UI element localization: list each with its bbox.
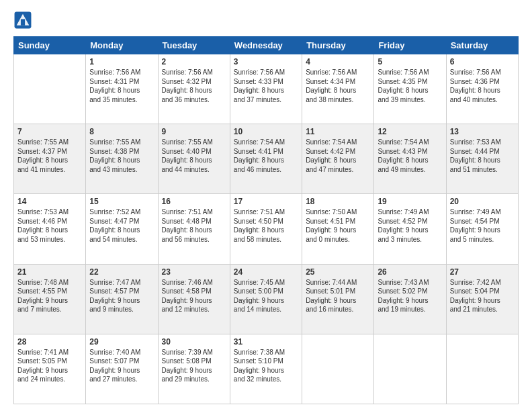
calendar-cell: 4Sunrise: 7:56 AM Sunset: 4:34 PM Daylig…: [302, 54, 374, 124]
calendar-week-2: 7Sunrise: 7:55 AM Sunset: 4:37 PM Daylig…: [14, 124, 519, 194]
cell-info: Sunrise: 7:53 AM Sunset: 4:46 PM Dayligh…: [17, 208, 82, 244]
day-number: 5: [378, 57, 442, 66]
calendar-cell: [14, 54, 86, 124]
day-number: 23: [162, 267, 226, 277]
day-number: 10: [234, 127, 298, 136]
cell-info: Sunrise: 7:44 AM Sunset: 5:01 PM Dayligh…: [306, 278, 370, 314]
cell-info: Sunrise: 7:39 AM Sunset: 5:08 PM Dayligh…: [162, 348, 226, 384]
calendar-cell: 3Sunrise: 7:56 AM Sunset: 4:33 PM Daylig…: [230, 54, 302, 124]
day-number: 29: [89, 337, 154, 347]
day-header-thursday: Thursday: [302, 37, 374, 54]
calendar-cell: 14Sunrise: 7:53 AM Sunset: 4:46 PM Dayli…: [14, 194, 86, 264]
logo-icon: [13, 11, 32, 30]
day-number: 31: [234, 337, 298, 347]
day-number: 28: [17, 337, 82, 347]
calendar-cell: 24Sunrise: 7:45 AM Sunset: 5:00 PM Dayli…: [230, 264, 302, 334]
day-number: 19: [378, 197, 442, 206]
cell-info: Sunrise: 7:51 AM Sunset: 4:48 PM Dayligh…: [162, 208, 226, 244]
day-header-wednesday: Wednesday: [230, 37, 302, 54]
day-number: 21: [17, 267, 82, 277]
cell-info: Sunrise: 7:47 AM Sunset: 4:57 PM Dayligh…: [89, 278, 154, 314]
day-number: 27: [450, 267, 515, 277]
day-number: 4: [306, 57, 370, 66]
day-number: 3: [234, 57, 298, 66]
calendar-cell: 6Sunrise: 7:56 AM Sunset: 4:36 PM Daylig…: [446, 54, 518, 124]
day-number: 9: [162, 127, 226, 136]
calendar-header-row: SundayMondayTuesdayWednesdayThursdayFrid…: [14, 37, 519, 54]
day-number: 2: [162, 57, 226, 66]
day-number: 13: [450, 127, 515, 136]
cell-info: Sunrise: 7:56 AM Sunset: 4:31 PM Dayligh…: [89, 68, 154, 104]
calendar-cell: [446, 334, 518, 404]
calendar-cell: [302, 334, 374, 404]
header: [13, 11, 519, 30]
cell-info: Sunrise: 7:54 AM Sunset: 4:41 PM Dayligh…: [234, 138, 298, 174]
day-number: 20: [450, 197, 515, 206]
page: SundayMondayTuesdayWednesdayThursdayFrid…: [0, 0, 532, 411]
day-number: 14: [17, 197, 82, 206]
calendar-cell: 18Sunrise: 7:50 AM Sunset: 4:51 PM Dayli…: [302, 194, 374, 264]
day-header-monday: Monday: [86, 37, 158, 54]
cell-info: Sunrise: 7:51 AM Sunset: 4:50 PM Dayligh…: [234, 208, 298, 244]
calendar-cell: 29Sunrise: 7:40 AM Sunset: 5:07 PM Dayli…: [86, 334, 158, 404]
cell-info: Sunrise: 7:52 AM Sunset: 4:47 PM Dayligh…: [89, 208, 154, 244]
calendar-cell: 9Sunrise: 7:55 AM Sunset: 4:40 PM Daylig…: [158, 124, 230, 194]
cell-info: Sunrise: 7:56 AM Sunset: 4:36 PM Dayligh…: [450, 68, 515, 104]
day-number: 11: [306, 127, 370, 136]
day-number: 25: [306, 267, 370, 277]
cell-info: Sunrise: 7:55 AM Sunset: 4:37 PM Dayligh…: [17, 138, 82, 174]
calendar-week-1: 1Sunrise: 7:56 AM Sunset: 4:31 PM Daylig…: [14, 54, 519, 124]
cell-info: Sunrise: 7:41 AM Sunset: 5:05 PM Dayligh…: [17, 348, 82, 384]
calendar-cell: 16Sunrise: 7:51 AM Sunset: 4:48 PM Dayli…: [158, 194, 230, 264]
calendar-cell: 7Sunrise: 7:55 AM Sunset: 4:37 PM Daylig…: [14, 124, 86, 194]
calendar-cell: 19Sunrise: 7:49 AM Sunset: 4:52 PM Dayli…: [374, 194, 446, 264]
cell-info: Sunrise: 7:56 AM Sunset: 4:32 PM Dayligh…: [162, 68, 226, 104]
cell-info: Sunrise: 7:49 AM Sunset: 4:54 PM Dayligh…: [450, 208, 515, 244]
day-number: 26: [378, 267, 442, 277]
calendar-cell: 13Sunrise: 7:53 AM Sunset: 4:44 PM Dayli…: [446, 124, 518, 194]
cell-info: Sunrise: 7:40 AM Sunset: 5:07 PM Dayligh…: [89, 348, 154, 384]
calendar-week-4: 21Sunrise: 7:48 AM Sunset: 4:55 PM Dayli…: [14, 264, 519, 334]
calendar-cell: 2Sunrise: 7:56 AM Sunset: 4:32 PM Daylig…: [158, 54, 230, 124]
calendar-cell: 17Sunrise: 7:51 AM Sunset: 4:50 PM Dayli…: [230, 194, 302, 264]
day-number: 18: [306, 197, 370, 206]
day-number: 1: [89, 57, 154, 66]
calendar-cell: 12Sunrise: 7:54 AM Sunset: 4:43 PM Dayli…: [374, 124, 446, 194]
calendar-cell: 31Sunrise: 7:38 AM Sunset: 5:10 PM Dayli…: [230, 334, 302, 404]
cell-info: Sunrise: 7:45 AM Sunset: 5:00 PM Dayligh…: [234, 278, 298, 314]
day-number: 6: [450, 57, 515, 66]
day-number: 24: [234, 267, 298, 277]
calendar-cell: 11Sunrise: 7:54 AM Sunset: 4:42 PM Dayli…: [302, 124, 374, 194]
cell-info: Sunrise: 7:43 AM Sunset: 5:02 PM Dayligh…: [378, 278, 442, 314]
calendar-cell: 20Sunrise: 7:49 AM Sunset: 4:54 PM Dayli…: [446, 194, 518, 264]
day-number: 22: [89, 267, 154, 277]
calendar-cell: 30Sunrise: 7:39 AM Sunset: 5:08 PM Dayli…: [158, 334, 230, 404]
calendar-cell: 27Sunrise: 7:42 AM Sunset: 5:04 PM Dayli…: [446, 264, 518, 334]
logo: [13, 11, 35, 30]
cell-info: Sunrise: 7:55 AM Sunset: 4:38 PM Dayligh…: [89, 138, 154, 174]
day-number: 8: [89, 127, 154, 136]
day-header-friday: Friday: [374, 37, 446, 54]
calendar-cell: 1Sunrise: 7:56 AM Sunset: 4:31 PM Daylig…: [86, 54, 158, 124]
calendar-cell: 25Sunrise: 7:44 AM Sunset: 5:01 PM Dayli…: [302, 264, 374, 334]
cell-info: Sunrise: 7:55 AM Sunset: 4:40 PM Dayligh…: [162, 138, 226, 174]
day-number: 12: [378, 127, 442, 136]
day-number: 30: [162, 337, 226, 347]
calendar-cell: 28Sunrise: 7:41 AM Sunset: 5:05 PM Dayli…: [14, 334, 86, 404]
day-header-tuesday: Tuesday: [158, 37, 230, 54]
day-number: 17: [234, 197, 298, 206]
calendar-week-5: 28Sunrise: 7:41 AM Sunset: 5:05 PM Dayli…: [14, 334, 519, 404]
cell-info: Sunrise: 7:56 AM Sunset: 4:33 PM Dayligh…: [234, 68, 298, 104]
cell-info: Sunrise: 7:53 AM Sunset: 4:44 PM Dayligh…: [450, 138, 515, 174]
calendar-table: SundayMondayTuesdayWednesdayThursdayFrid…: [13, 36, 519, 404]
cell-info: Sunrise: 7:42 AM Sunset: 5:04 PM Dayligh…: [450, 278, 515, 314]
cell-info: Sunrise: 7:54 AM Sunset: 4:42 PM Dayligh…: [306, 138, 370, 174]
calendar-cell: 22Sunrise: 7:47 AM Sunset: 4:57 PM Dayli…: [86, 264, 158, 334]
day-number: 16: [162, 197, 226, 206]
calendar-cell: 8Sunrise: 7:55 AM Sunset: 4:38 PM Daylig…: [86, 124, 158, 194]
calendar-cell: 23Sunrise: 7:46 AM Sunset: 4:58 PM Dayli…: [158, 264, 230, 334]
cell-info: Sunrise: 7:46 AM Sunset: 4:58 PM Dayligh…: [162, 278, 226, 314]
day-number: 15: [89, 197, 154, 206]
cell-info: Sunrise: 7:38 AM Sunset: 5:10 PM Dayligh…: [234, 348, 298, 384]
calendar-cell: [374, 334, 446, 404]
